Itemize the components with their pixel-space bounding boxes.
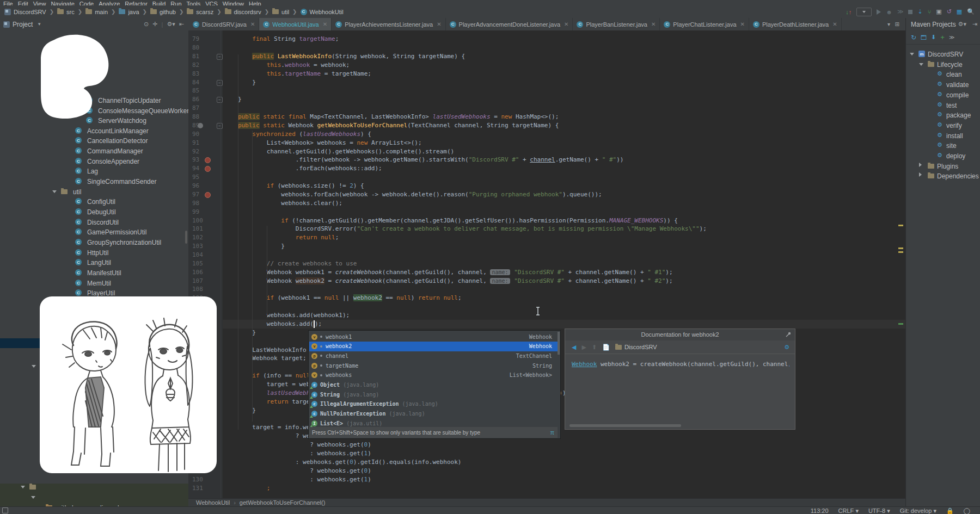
caret-position[interactable]: 113:20 [811,507,829,514]
completion-item-targetname[interactable]: ptargetNameString [309,361,558,370]
close-icon[interactable]: ✕ [564,21,568,27]
chevron-right-icon[interactable] [919,163,922,167]
pin-icon[interactable] [785,332,791,338]
completion-item-illegalargumentexception[interactable]: cIllegalArgumentException(java.lang) [309,399,558,409]
doc-hscrollbar[interactable] [569,424,681,427]
run-config-dropdown[interactable] [856,8,872,16]
coverage-icon[interactable]: ≫ [897,8,904,15]
find-structure-icon[interactable]: ▦ [957,8,962,15]
completion-item-object[interactable]: cObject(java.lang) [309,380,558,390]
menu-code[interactable]: Code [79,1,94,5]
breadcrumb-discordsrv[interactable]: DiscordSRV [4,9,46,15]
error-stripe-mark[interactable] [898,225,903,226]
menu-file[interactable]: File [3,1,13,5]
toolwindow-toggle-icon[interactable] [2,507,8,513]
search-icon[interactable]: 🔍 [967,8,975,15]
doc-back-icon[interactable]: ◀ [572,344,576,351]
breadcrumb-main[interactable]: main [85,9,108,15]
breadcrumb-util[interactable]: util [272,9,289,15]
error-stripe-mark[interactable] [898,323,903,325]
vcs-branch-icon[interactable]: ⑂ [928,9,932,15]
tab-playerchatlistener[interactable]: CPlayerChatListener.java✕ [660,18,749,30]
chevron-down-icon[interactable] [21,486,25,488]
breadcrumb-method[interactable]: getWebhookToUseForChannel() [240,499,326,506]
fold-icon[interactable]: – [217,80,223,86]
hide-panel-icon[interactable]: ⇤ [179,21,184,28]
tab-discordsrv[interactable]: CDiscordSRV.java✕ [189,18,259,30]
completion-scrollbar[interactable] [558,332,560,355]
maven-refresh-icon[interactable]: ↻ [911,34,916,41]
menu-navigate[interactable]: Navigate [51,1,74,5]
tab-playeradvancementdonelistener[interactable]: CPlayerAdvancementDoneListener.java✕ [446,18,573,30]
tab-playerbanlistener[interactable]: CPlayerBanListener.java✕ [573,18,660,30]
maven-more-icon[interactable]: ≫ [949,34,954,40]
breadcrumb-src[interactable]: src [57,9,75,15]
menu-vcs[interactable]: VCS [205,1,218,5]
tab-playerdeathlistener[interactable]: CPlayerDeathListener.java✕ [749,18,842,30]
vcs-commit-icon[interactable]: ▣ [936,8,941,15]
line-ending[interactable]: CRLF ▾ [838,507,859,514]
menu-run[interactable]: Run [170,1,181,5]
breadcrumb-discordsrv[interactable]: discordsrv [225,9,261,15]
doc-up-icon[interactable]: ⬆ [592,344,597,351]
close-icon[interactable]: ✕ [323,21,327,27]
maven-hide-icon[interactable]: ⇥ [972,21,977,28]
chevron-down-icon[interactable] [31,496,35,499]
maven-download-icon[interactable]: ⬇ [931,34,936,41]
tab-webhookutil[interactable]: CWebhookUtil.java✕ [259,18,332,30]
project-vscrollbar[interactable] [185,231,187,244]
menu-tools[interactable]: Tools [187,1,201,5]
gear-icon[interactable]: ⚙▾ [167,21,175,28]
completion-item-nullpointerexception[interactable]: cNullPointerException(java.lang) [309,409,558,419]
menu-window[interactable]: Window [223,1,244,5]
debug-icon[interactable]: ☻ [886,9,892,15]
close-icon[interactable]: ✕ [250,21,255,27]
project-dropdown-icon[interactable]: ▼ [37,22,41,27]
completion-item-webhook1[interactable]: vwebhook1Webhook [309,332,558,342]
menu-analyze[interactable]: Analyze [99,1,120,5]
completion-item-channel[interactable]: pchannelTextChannel [309,351,558,361]
maven-add-icon[interactable]: + [940,33,945,41]
menu-edit[interactable]: Edit [18,1,28,5]
menu-help[interactable]: Help [249,1,261,5]
gutter-warning-icon[interactable] [205,166,211,172]
menu-refactor[interactable]: Refactor [125,1,148,5]
doc-gear-icon[interactable]: ⚙ [784,344,789,351]
error-stripe-mark[interactable] [898,251,903,253]
chevron-down-icon[interactable] [32,365,36,368]
doc-code-link[interactable]: Webhook [572,361,597,368]
doc-forward-icon[interactable]: ▶ [581,344,586,351]
git-branch[interactable]: Git: develop ▾ [900,507,936,514]
breadcrumb-class[interactable]: WebhookUtil [196,499,230,506]
chevron-down-icon[interactable] [910,53,914,55]
menu-build[interactable]: Build [152,1,166,5]
encoding[interactable]: UTF-8 ▾ [868,507,890,514]
breadcrumb-scarsz[interactable]: scarsz [187,9,213,15]
maven-run-config-icon[interactable]: 🗔 [921,34,927,41]
project-tool-header[interactable]: Project ▼ ⊙ ✛ | ⚙▾ ⇤ [0,18,188,30]
breadcrumb-java[interactable]: java [119,9,139,15]
completion-item-webhook2[interactable]: vwebhook2Webhook [309,342,558,351]
gutter-method-icon[interactable] [198,123,203,128]
run-icon[interactable] [877,9,881,15]
split-icon[interactable]: ⊞ [895,21,899,27]
chevron-down-icon[interactable] [52,190,57,193]
breadcrumb-webhookutil[interactable]: CWebhookUtil [301,9,344,15]
completion-item-webhooks[interactable]: vwebhooksList<Webhook> [309,370,558,380]
fold-icon[interactable]: – [217,54,223,60]
vcs-update-icon[interactable]: ⇣ [917,8,922,15]
editor-breadcrumb-bar[interactable]: WebhookUtil › getWebhookToUseForChannel(… [188,498,905,506]
error-stripe-mark[interactable] [898,247,903,249]
sort-icon[interactable]: ↓↑ [846,9,852,15]
close-icon[interactable]: ✕ [651,21,656,27]
chevron-right-icon[interactable] [919,172,922,177]
chevron-down-icon[interactable] [919,63,923,66]
breadcrumb-github[interactable]: github [150,9,176,15]
menu-view[interactable]: View [33,1,46,5]
tabs-dropdown-icon[interactable]: ▾ [887,21,890,27]
gutter-warning-icon[interactable] [205,157,211,163]
close-icon[interactable]: ✕ [740,21,745,27]
collapse-icon[interactable]: ✛ [152,21,157,28]
locate-icon[interactable]: ⊙ [144,21,149,28]
completion-pin-icon[interactable]: π [550,429,554,436]
